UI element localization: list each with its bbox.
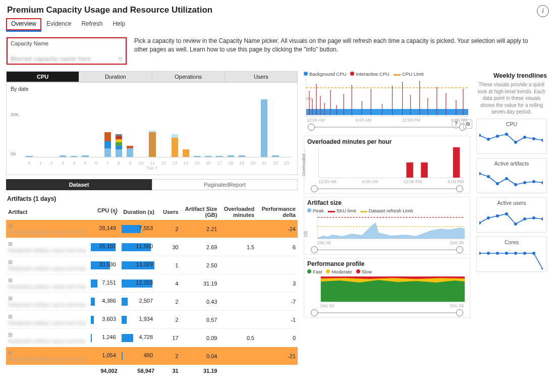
expand-icon[interactable]: ⊞ — [8, 350, 13, 356]
seg-operations[interactable]: Operations — [152, 72, 225, 82]
sparkline-card[interactable]: Active users — [476, 197, 547, 233]
table-row[interactable]: ⊞Redacted artifact name text line4,3862,… — [6, 293, 298, 311]
totals-cpu: 94,002 — [89, 365, 120, 377]
table-row[interactable]: ⊞Redacted artifact name text line7,15112… — [6, 274, 298, 293]
th-users[interactable]: Users — [156, 204, 181, 220]
seg-cpu[interactable]: CPU — [7, 72, 79, 82]
capacity-picker[interactable]: Capacity Name Blurred capacity name here… — [6, 37, 127, 65]
th-duration[interactable]: Duration (s) — [120, 204, 156, 220]
svg-point-47 — [487, 216, 490, 219]
th-size[interactable]: Artifact Size (GB) — [181, 204, 219, 220]
copy-icon[interactable]: ⧉ — [463, 120, 472, 129]
svg-point-33 — [505, 133, 508, 136]
expand-icon[interactable]: ⊞ — [8, 241, 13, 247]
overloaded-title: Overloaded minutes per hour — [307, 138, 467, 145]
artifact-size-ylabel: GB — [303, 231, 308, 237]
legend-item: Slow — [356, 269, 372, 274]
svg-point-50 — [514, 222, 517, 226]
picker-description: Pick a capacity to review in the Capacit… — [134, 37, 533, 65]
table-row[interactable]: ⊞Redacted artifact name text line28,1497… — [6, 220, 298, 238]
svg-rect-26 — [453, 147, 460, 178]
trendlines-desc: These visuals provide a quick look at hi… — [476, 81, 547, 116]
svg-point-32 — [496, 135, 499, 138]
artifact-size-slider[interactable] — [308, 246, 466, 253]
th-artifact[interactable]: Artifact — [6, 204, 89, 220]
cpu-ts-xticks: 12:00 AM6:00 AM12:00 PM6:00 PM — [307, 118, 467, 123]
svg-point-35 — [523, 136, 526, 139]
th-overloaded[interactable]: Overloaded minutes — [219, 204, 256, 220]
artifacts-table: Artifact CPU (s)▼ Duration (s) Users Art… — [6, 204, 298, 376]
svg-point-48 — [496, 214, 499, 217]
content-segmented-tabs: Dataset PaginatedReport — [6, 179, 298, 190]
overloaded-slider[interactable] — [308, 185, 466, 192]
legend-item: Interactive CPU — [350, 71, 389, 77]
perf-title: Performance profile — [307, 260, 467, 267]
seg-duration[interactable]: Duration — [79, 72, 152, 82]
totals-dur: 58,947 — [120, 365, 156, 377]
expand-icon[interactable]: ⊞ — [8, 313, 13, 320]
totals-size: 31.19 — [181, 365, 219, 377]
svg-point-57 — [505, 252, 508, 255]
nav-tabs: Overview Evidence Refresh Help — [6, 18, 551, 32]
seg-users[interactable]: Users — [225, 72, 297, 82]
perf-profile-slider[interactable] — [308, 309, 466, 316]
legend-item: Moderate — [326, 269, 352, 274]
svg-point-44 — [532, 180, 535, 183]
bydate-ytick-20k: 20K — [11, 112, 19, 117]
tab-refresh[interactable]: Refresh — [76, 18, 107, 32]
svg-point-39 — [487, 175, 490, 178]
info-icon[interactable]: i — [537, 5, 549, 17]
help-icon[interactable]: ? — [452, 120, 461, 129]
overloaded-chart: Overloaded minutes per hour Overloaded .… — [304, 136, 470, 194]
legend-item: Background CPU — [304, 71, 346, 77]
tab-help[interactable]: Help — [107, 18, 130, 32]
bydate-title: By date — [11, 86, 294, 92]
legend-item: Fast — [307, 269, 322, 274]
svg-point-52 — [532, 216, 535, 219]
sparkline-card[interactable]: CPU — [476, 119, 547, 154]
svg-point-60 — [532, 252, 535, 255]
trendlines-title: Weekly trendlines — [476, 72, 547, 79]
seg-dataset[interactable]: Dataset — [6, 179, 152, 190]
page-title: Premium Capacity Usage and Resource Util… — [7, 5, 551, 15]
artifact-size-chart: Artifact size PeakSKU limitDataset refre… — [304, 197, 470, 255]
svg-point-49 — [505, 212, 508, 215]
sparkline-card[interactable]: Cores — [476, 237, 547, 272]
overloaded-ylabel: Overloaded ... — [301, 149, 306, 176]
svg-point-31 — [487, 138, 490, 141]
cpu-ts-chart[interactable]: 200 — [306, 79, 468, 117]
tab-overview[interactable]: Overview — [6, 18, 41, 32]
svg-point-30 — [479, 134, 481, 137]
legend-item: SKU limit — [328, 208, 356, 213]
expand-icon[interactable]: ⊞ — [8, 295, 13, 302]
svg-point-42 — [514, 183, 517, 186]
th-cpu[interactable]: CPU (s)▼ — [89, 204, 120, 220]
bydate-sublabel: Tue 7 — [10, 165, 294, 171]
table-row[interactable]: ⊞Redacted artifact name text line26,1021… — [6, 238, 298, 256]
table-row[interactable]: ⊞Redacted artifact name text line1,2464,… — [6, 329, 298, 347]
bydate-ytick-0k: 0K — [11, 151, 16, 156]
svg-point-40 — [496, 182, 499, 185]
expand-icon[interactable]: ⊞ — [8, 277, 13, 284]
cpu-ts-slider[interactable]: ? ⧉ — [305, 124, 469, 131]
totals-users: 31 — [156, 365, 181, 377]
artifact-size-title: Artifact size — [307, 199, 467, 206]
table-row[interactable]: ⊞Redacted artifact name text line3,6031,… — [6, 311, 298, 329]
legend-item: Dataset refresh Limit — [360, 208, 413, 213]
seg-paginated[interactable]: PaginatedReport — [152, 179, 298, 190]
svg-point-54 — [479, 252, 481, 255]
metric-segmented-tabs: CPU Duration Operations Users — [6, 71, 298, 82]
svg-point-45 — [541, 181, 543, 184]
th-perf[interactable]: Performance delta — [256, 204, 298, 220]
expand-icon[interactable]: ⊞ — [8, 259, 13, 265]
expand-icon[interactable]: ⊞ — [8, 331, 13, 338]
svg-point-36 — [532, 137, 535, 140]
svg-point-56 — [496, 252, 499, 255]
table-row[interactable]: ⊞Redacted artifact name text line1,05448… — [6, 347, 298, 365]
tab-evidence[interactable]: Evidence — [41, 18, 76, 32]
sparkline-card[interactable]: Active artifacts — [476, 158, 547, 193]
svg-point-59 — [523, 252, 526, 255]
expand-icon[interactable]: ⊞ — [8, 222, 13, 229]
svg-point-34 — [514, 141, 517, 144]
table-row[interactable]: ⊞Redacted artifact name text line20,5301… — [6, 256, 298, 274]
